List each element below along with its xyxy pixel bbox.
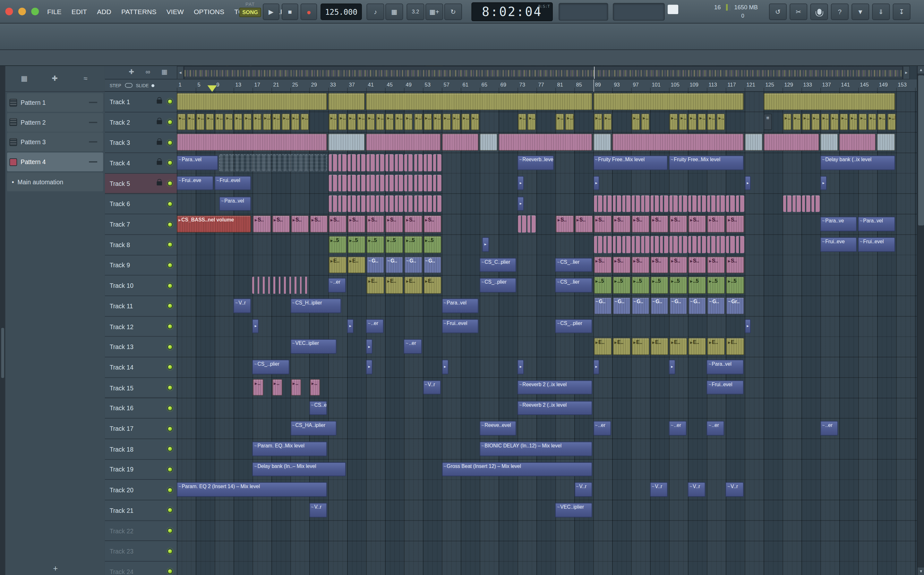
track-row-9[interactable]: Track 9 [105,255,177,276]
pattern-clip[interactable]: ▸..k [461,113,470,130]
pattern-clip[interactable]: ▸..5 [726,277,744,294]
track-enable-led[interactable] [167,222,173,227]
track-row-7[interactable]: Track 7 [105,214,177,235]
automation-clip[interactable]: ▸ [820,176,827,191]
automation-clip[interactable]: ~..er [328,278,346,292]
pattern-clip[interactable]: ▸..k [679,113,687,130]
pattern-clip[interactable] [651,195,659,212]
lock-icon[interactable] [157,140,162,145]
pattern-clip[interactable]: ▸S.. [291,216,309,233]
pattern-clip[interactable]: ▸..5 [329,236,346,253]
pattern-clip[interactable] [736,195,744,212]
pattern-clip[interactable] [632,236,640,253]
automation-clip[interactable]: ~..er [366,319,384,334]
track-name[interactable]: Track 11 [105,303,167,310]
pattern-clip[interactable]: ▸S.. [253,216,271,233]
pattern-clip[interactable]: ▸..k [433,113,441,130]
automation-clip[interactable]: ~Frui..evel [215,176,251,191]
pattern-move-icon[interactable]: ✚ [49,74,61,85]
pattern-clip[interactable] [632,195,640,212]
pattern-clip[interactable]: ~G.. [669,297,687,315]
pattern-clip[interactable] [328,134,365,151]
pattern-clip[interactable]: ▸..k [234,113,242,130]
pattern-clip[interactable] [763,93,895,110]
pattern-clip[interactable] [669,195,678,212]
automation-clip[interactable]: ~Reeve..evel [480,421,516,435]
minimize-traffic-light[interactable] [18,8,26,15]
pattern-clip[interactable] [177,93,327,110]
automation-clip[interactable]: ~Param. EQ 2 (Insert 14) – Mix level [177,482,327,497]
automation-clip[interactable]: ~Fruity Free..Mix level [593,156,668,170]
help-button[interactable]: ? [831,3,849,20]
automation-clip[interactable]: ~Reeverb 2 (..ix level [518,380,592,394]
pattern-clip[interactable] [433,195,441,212]
pattern-clip[interactable]: ▸..k [424,113,432,130]
automation-clip[interactable]: ~..er [669,421,687,435]
pattern-clip[interactable]: ▸..k [395,113,403,130]
pattern-clip[interactable]: ≡ [763,113,772,130]
vertical-scrollbar-thumb[interactable] [918,75,924,225]
crosshair-icon[interactable]: ✚ [126,68,137,76]
link-icon[interactable]: ∞ [142,68,153,75]
pattern-clip[interactable]: ▸S.. [632,256,649,273]
pattern-clip[interactable]: ▸S.. [651,216,668,233]
scroll-left-button[interactable]: ◂ [177,66,184,79]
pattern-clip[interactable]: ▸..k [452,113,460,130]
pattern-clip[interactable] [433,175,441,192]
automation-clip[interactable]: ~Fruity Free..Mix level [669,156,743,170]
pattern-clip[interactable]: ▸..k [376,113,384,130]
scroll-right-button[interactable]: ▸ [903,66,910,79]
pattern-clip[interactable]: ▸S.. [329,216,346,233]
pattern-clip[interactable] [329,175,337,192]
pattern-clip[interactable]: ~G.. [707,297,725,315]
pattern-clip[interactable] [348,154,356,171]
track-enable-led[interactable] [167,487,173,492]
automation-clip[interactable]: ~..er [404,340,422,354]
pattern-clip[interactable]: ▸..k [603,113,612,130]
pattern-item-5[interactable]: •Main automation [7,172,103,191]
track-enable-led[interactable] [167,365,173,370]
track-row-18[interactable]: Track 18 [105,439,177,460]
pattern-clip[interactable] [839,134,876,151]
track-row-24[interactable]: Track 24 [105,562,177,575]
pattern-clip[interactable]: ▸E.. [632,338,649,355]
pattern-clip[interactable]: ▸..k [878,113,886,130]
pattern-clip[interactable] [594,195,602,212]
automation-clip[interactable]: ~CS_..lier [555,278,592,292]
pattern-clip[interactable]: ▸..k [717,113,725,130]
pattern-clip[interactable] [442,134,478,151]
track-enable-led[interactable] [167,426,173,431]
automation-clip[interactable]: ~CS_..plier [480,278,516,292]
pattern-clip[interactable]: ▸..k [887,113,895,130]
pattern-clip[interactable]: ▸..k [792,113,801,130]
track-row-16[interactable]: Track 16 [105,399,177,419]
track-name[interactable]: Track 19 [105,466,167,473]
pattern-clip[interactable]: ▸..5 [424,236,441,253]
track-name[interactable]: Track 18 [105,446,167,453]
track-enable-led[interactable] [167,119,173,125]
pattern-clip[interactable] [480,134,497,151]
track-name[interactable]: Track 6 [105,200,167,207]
track-name[interactable]: Track 24 [105,568,167,575]
track-enable-led[interactable] [167,446,173,452]
pattern-clip[interactable] [367,195,375,212]
pattern-clip[interactable] [414,154,422,171]
pattern-clip[interactable]: ▸.. [291,379,301,396]
menu-options[interactable]: OPTIONS [194,8,224,15]
playlist-preview-scrollbar[interactable] [184,66,903,79]
pattern-clip[interactable]: ▸S.. [594,256,612,273]
pattern-clip[interactable]: ▸..k [698,113,706,130]
pattern-clip[interactable]: ▸..k [263,113,271,130]
track-name[interactable]: Track 15 [105,384,167,391]
pattern-clip[interactable] [366,93,592,110]
menu-view[interactable]: VIEW [167,8,184,15]
pattern-clip[interactable]: ▸..k [802,113,811,130]
pattern-clip[interactable] [252,277,308,294]
pattern-clip[interactable] [641,236,649,253]
pattern-clip[interactable]: ▸E.. [348,256,365,273]
automation-clip[interactable]: ▸ [366,340,373,354]
track-enable-led[interactable] [167,324,173,329]
pattern-clip[interactable]: ▸..k [300,113,309,130]
pattern-clip[interactable] [518,216,526,233]
automation-clip[interactable]: ▸ [442,360,448,374]
